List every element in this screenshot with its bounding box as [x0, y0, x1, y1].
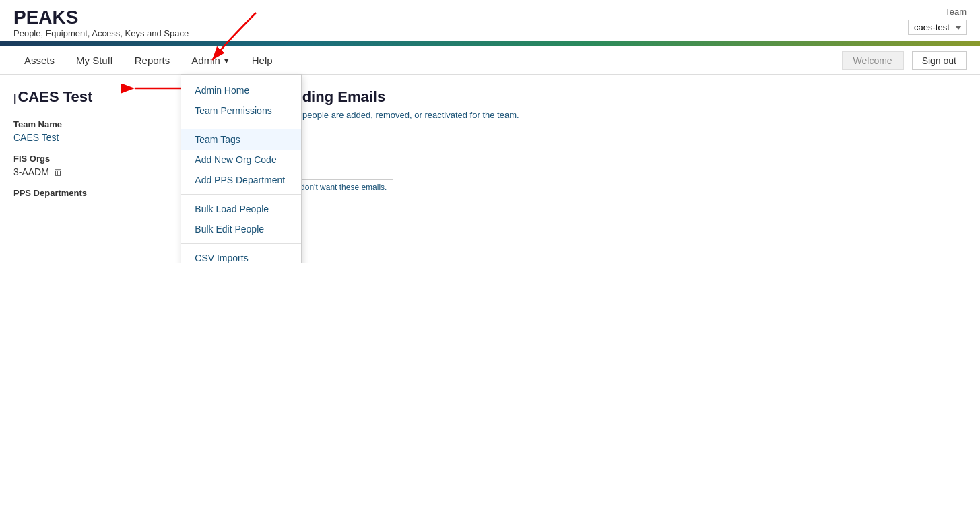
admin-dropdown-container: Admin ▼ Admin Home Team Permissions Team… — [181, 46, 240, 74]
menu-add-org-code[interactable]: Add New Org Code — [181, 150, 301, 170]
team-name-value: CAES Test — [13, 132, 188, 143]
menu-admin-home[interactable]: Admin Home — [181, 80, 301, 100]
app-title: PEAKS — [13, 7, 189, 28]
page-body: |CAES Test Team Name CAES Test FIS Orgs … — [0, 75, 980, 264]
header: PEAKS People, Equipment, Access, Keys an… — [0, 0, 980, 41]
trash-icon[interactable]: 🗑 — [53, 166, 63, 177]
nav-admin[interactable]: Admin ▼ — [181, 46, 240, 74]
team-label: Team — [945, 7, 967, 17]
menu-bulk-edit[interactable]: Bulk Edit People — [181, 219, 301, 239]
nav-assets[interactable]: Assets — [13, 46, 65, 74]
menu-team-tags[interactable]: Team Tags — [181, 129, 301, 150]
team-area: Team caes-test — [908, 7, 967, 35]
notification-email-label: Notification Email — [218, 145, 964, 156]
app-subtitle: People, Equipment, Access, Keys and Spac… — [13, 28, 189, 38]
menu-add-pps-dept[interactable]: Add PPS Department — [181, 170, 301, 190]
divider-2 — [181, 194, 301, 195]
divider-3 — [181, 243, 301, 244]
main-content: On/Off Boarding Emails This is to notify… — [202, 75, 980, 264]
main-nav: Assets My Stuff Reports Admin ▼ Admin Ho… — [0, 46, 980, 75]
team-name-label: Team Name — [13, 119, 188, 129]
dropdown-arrow-icon: ▼ — [223, 57, 230, 65]
pps-dept-label: PPS Departments — [13, 188, 188, 198]
onboarding-subtitle: This is to notify when people are added,… — [218, 110, 964, 120]
section-divider — [218, 131, 964, 131]
fis-orgs-label: FIS Orgs — [13, 154, 188, 164]
menu-csv-imports[interactable]: CSV Imports — [181, 248, 301, 264]
nav-reports[interactable]: Reports — [124, 46, 181, 74]
sidebar-title: |CAES Test — [13, 88, 188, 106]
divider-1 — [181, 125, 301, 125]
admin-dropdown-menu: Admin Home Team Permissions Team Tags Ad… — [181, 74, 302, 264]
nav-right: Welcome Sign out — [842, 51, 967, 70]
fis-orgs-row: 3-AADM 🗑 — [13, 166, 188, 177]
sign-out-button[interactable]: Sign out — [912, 51, 967, 70]
color-bar — [0, 41, 980, 46]
notification-email-hint: Leave this blank if you don't want these… — [218, 183, 964, 192]
menu-team-permissions[interactable]: Team Permissions — [181, 100, 301, 121]
sidebar: |CAES Test Team Name CAES Test FIS Orgs … — [0, 75, 202, 264]
welcome-text: Welcome — [842, 51, 904, 70]
nav-my-stuff[interactable]: My Stuff — [65, 46, 124, 74]
nav-help[interactable]: Help — [241, 46, 284, 74]
team-selector[interactable]: caes-test — [908, 20, 967, 35]
notification-email-group: Notification Email Leave this blank if y… — [218, 145, 964, 192]
fis-orgs-value: 3-AADM — [13, 166, 49, 177]
logo-area: PEAKS People, Equipment, Access, Keys an… — [13, 7, 189, 38]
cursor-icon: | — [13, 92, 16, 104]
menu-bulk-load[interactable]: Bulk Load People — [181, 199, 301, 219]
onboarding-title: On/Off Boarding Emails — [218, 88, 964, 106]
